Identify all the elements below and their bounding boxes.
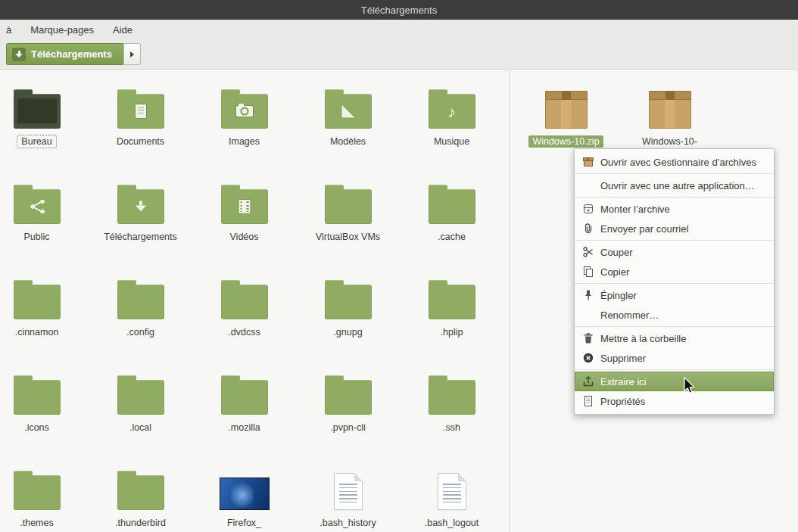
extract-icon <box>581 375 595 387</box>
menu-item-label: Extraire ici <box>600 376 647 387</box>
mount-archive-icon <box>581 203 595 215</box>
folder-plain-icon <box>117 475 164 510</box>
file-item-virtualbox-vms[interactable]: VirtualBox VMs <box>296 176 400 271</box>
menu-item-label: Ouvrir avec Gestionnaire d’archives <box>600 157 756 168</box>
menu-item-copier[interactable]: Copier <box>575 262 774 282</box>
file-item-local[interactable]: .local <box>89 366 192 462</box>
location-button[interactable]: Téléchargements <box>6 43 123 65</box>
file-item-images[interactable]: Images <box>192 80 296 176</box>
file-item-public[interactable]: Public <box>0 176 89 271</box>
file-label: Musique <box>430 135 473 148</box>
folder-plain-icon <box>14 285 61 319</box>
menu-item-ouvrir-avec-une-autre-application[interactable]: Ouvrir avec une autre application… <box>575 176 774 195</box>
text-file-icon <box>334 473 363 510</box>
file-item-mozilla[interactable]: .mozilla <box>192 366 296 462</box>
file-icon-wrap <box>325 176 372 224</box>
menu-help[interactable]: Aide <box>111 23 134 37</box>
menu-item-label: Supprimer <box>600 353 646 364</box>
file-label: .hplip <box>437 326 467 338</box>
file-icon-wrap <box>117 176 164 224</box>
file-label: Téléchargements <box>100 231 181 243</box>
pin-icon <box>581 289 595 301</box>
scissors-icon <box>581 246 595 258</box>
menu-item-renommer[interactable]: Renommer… <box>575 305 774 325</box>
menu-separator <box>575 173 774 174</box>
file-item-themes[interactable]: .themes <box>0 462 89 532</box>
file-item-videos[interactable]: Vidéos <box>192 176 296 271</box>
file-item-telechargements[interactable]: Téléchargements <box>89 176 192 271</box>
file-icon-wrap <box>14 271 61 319</box>
file-item-firefox[interactable]: Firefox_ <box>192 462 296 532</box>
folder-images-icon <box>221 94 268 129</box>
properties-icon <box>581 395 595 407</box>
path-bar: Téléchargements <box>6 43 141 65</box>
menu-item-label: Mettre à la corbeille <box>600 333 686 344</box>
file-icon-wrap <box>14 462 61 510</box>
folder-plain-icon <box>14 475 61 510</box>
menu-separator <box>575 326 774 327</box>
file-icon-wrap <box>429 366 475 415</box>
menu-item-proprietes[interactable]: Propriétés <box>575 391 774 411</box>
file-label: .bash_history <box>316 517 379 529</box>
file-icon-wrap <box>221 176 268 224</box>
file-item-modeles[interactable]: Modèles <box>296 80 400 176</box>
folder-plain-icon <box>14 380 61 415</box>
folder-downloads-icon <box>117 189 164 224</box>
file-item-hplip[interactable]: .hplip <box>400 271 503 366</box>
file-label: .icons <box>20 422 53 434</box>
file-item-bash-history[interactable]: .bash_history <box>296 462 400 532</box>
file-icon-wrap <box>220 462 270 510</box>
file-label: .mozilla <box>224 422 263 434</box>
file-icon-wrap <box>545 80 588 129</box>
menu-item-couper[interactable]: Couper <box>575 242 774 262</box>
file-item-documents[interactable]: Documents <box>89 80 192 176</box>
file-item-bureau[interactable]: Bureau <box>0 80 89 176</box>
file-item-bash-logout[interactable]: .bash_logout <box>400 462 503 532</box>
folder-music-icon: ♪ <box>429 94 475 129</box>
file-label: .dvdcss <box>224 326 263 338</box>
file-label: Public <box>20 231 53 243</box>
menu-item-label: Propriétés <box>600 396 645 407</box>
menu-item-label: Couper <box>600 247 633 258</box>
file-manager-window: Téléchargements à Marque-pages Aide Télé… <box>0 0 798 532</box>
menu-item-epingler[interactable]: Épingler <box>575 285 774 305</box>
file-item-gnupg[interactable]: .gnupg <box>296 271 400 366</box>
download-icon <box>12 48 26 61</box>
file-item-icons[interactable]: .icons <box>0 366 89 462</box>
file-label: .ssh <box>439 422 464 434</box>
location-label: Téléchargements <box>31 48 112 60</box>
folder-public-icon <box>14 189 61 224</box>
mouse-cursor <box>681 377 698 395</box>
menu-item-ouvrir-avec-gestionnaire-d-archives[interactable]: Ouvrir avec Gestionnaire d’archives <box>575 152 774 172</box>
file-icon-wrap <box>117 462 164 510</box>
file-label: Windows-10.zip <box>528 135 603 148</box>
menu-item-envoyer-par-courriel[interactable]: Envoyer par courriel <box>575 219 774 238</box>
file-label: .cinnamon <box>11 326 63 338</box>
folder-plain-icon <box>325 285 372 319</box>
file-item-cache[interactable]: .cache <box>400 176 503 271</box>
file-item-cinnamon[interactable]: .cinnamon <box>0 271 89 366</box>
file-item-pvpn-cli[interactable]: .pvpn-cli <box>296 366 400 462</box>
folder-videos-icon <box>221 189 268 224</box>
file-item-ssh[interactable]: .ssh <box>400 366 503 462</box>
menu-item-mettre-a-la-corbeille[interactable]: Mettre à la corbeille <box>575 328 774 348</box>
file-item-config[interactable]: .config <box>89 271 192 366</box>
menu-item-supprimer[interactable]: Supprimer <box>575 348 774 368</box>
menu-bookmarks[interactable]: Marque-pages <box>29 23 95 37</box>
copy-icon <box>581 266 595 278</box>
menu-item-monter-l-archive[interactable]: Monter l’archive <box>575 199 774 219</box>
folder-desktop-icon <box>14 94 61 129</box>
file-item-dvdcss[interactable]: .dvdcss <box>192 271 296 366</box>
file-item-thunderbird[interactable]: .thunderbird <box>89 462 192 532</box>
file-label: .config <box>123 326 158 338</box>
path-expand-button[interactable] <box>123 43 141 65</box>
file-label: Documents <box>113 135 168 148</box>
archive-manager-icon <box>581 156 595 168</box>
menu-go[interactable]: à <box>5 23 13 37</box>
menu-item-label: Monter l’archive <box>600 204 670 215</box>
menu-item-extraire-ici[interactable]: Extraire ici <box>575 372 774 391</box>
menu-item-label: Ouvrir avec une autre application… <box>600 180 755 191</box>
file-label: .bash_logout <box>421 517 483 529</box>
file-icon-wrap <box>649 80 691 129</box>
file-item-musique[interactable]: ♪Musique <box>400 80 503 176</box>
